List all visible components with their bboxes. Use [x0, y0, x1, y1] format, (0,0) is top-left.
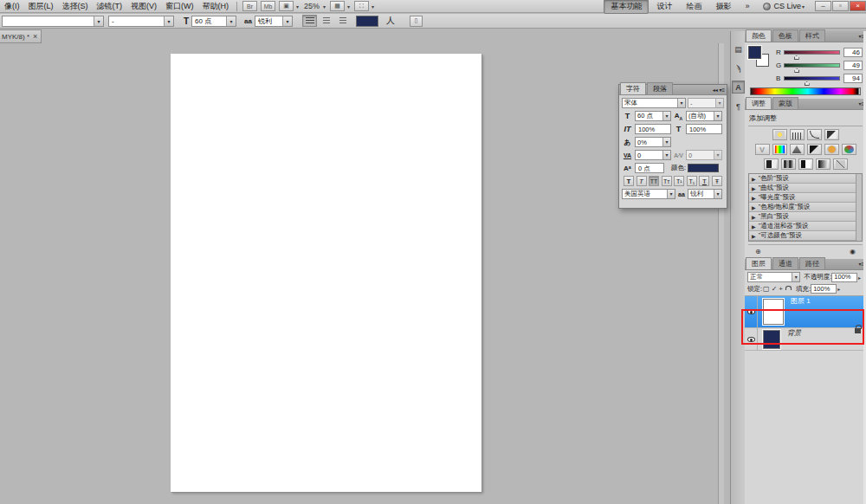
- preset-channel-mixer[interactable]: ▶"通道混和器"预设: [749, 222, 862, 231]
- screen-mode-icon[interactable]: ⛶: [354, 1, 369, 11]
- workspace-photography[interactable]: 摄影: [709, 0, 737, 13]
- foreground-color-swatch[interactable]: [748, 46, 761, 59]
- subscript-button[interactable]: T₁: [687, 176, 697, 186]
- mini-bridge-icon[interactable]: Mb: [261, 1, 275, 11]
- workspace-more-chevron[interactable]: »: [739, 1, 755, 11]
- green-value-input[interactable]: 49: [843, 61, 863, 70]
- anti-alias-select[interactable]: 锐利 ▾: [255, 16, 293, 27]
- strikethrough-button[interactable]: Ŧ: [712, 176, 722, 186]
- chevron-right-icon[interactable]: ▶: [752, 204, 756, 210]
- color-balance-icon[interactable]: [790, 144, 805, 155]
- menu-layer[interactable]: 图层(L): [24, 0, 58, 13]
- chevron-right-icon[interactable]: ▶: [752, 233, 756, 239]
- visibility-toggle[interactable]: [745, 328, 758, 350]
- document-canvas[interactable]: [171, 54, 481, 492]
- preset-levels[interactable]: ▶"色阶"预设: [749, 174, 862, 184]
- blend-mode-select[interactable]: 正常 ▾: [747, 272, 800, 282]
- brush-panel-icon[interactable]: ϡ: [732, 61, 745, 74]
- tab-adjustments[interactable]: 调整: [746, 97, 772, 109]
- tab-layers[interactable]: 图层: [746, 257, 772, 269]
- vertical-scale-input[interactable]: 100%: [635, 124, 671, 134]
- proportional-spacing-select[interactable]: 0% ▾: [635, 137, 671, 147]
- zoom-level[interactable]: 25%: [301, 2, 322, 10]
- fill-input[interactable]: 100%: [811, 284, 837, 294]
- threshold-icon[interactable]: [798, 158, 813, 170]
- cs-live-button[interactable]: CS Live ▾: [763, 2, 807, 10]
- blue-value-input[interactable]: 94: [843, 74, 863, 83]
- visibility-toggle[interactable]: [745, 296, 758, 327]
- hue-saturation-icon[interactable]: [772, 144, 787, 155]
- restore-button[interactable]: ▫: [832, 1, 849, 11]
- language-select[interactable]: 美国英语 ▾: [622, 189, 675, 199]
- curves-icon[interactable]: [807, 129, 822, 140]
- expanded-view-icon[interactable]: ◉: [850, 248, 856, 255]
- align-center-button[interactable]: [319, 15, 333, 27]
- leading-select[interactable]: (自动) ▾: [686, 111, 722, 121]
- menu-view[interactable]: 视图(V): [126, 0, 161, 13]
- minimize-button[interactable]: –: [815, 1, 831, 11]
- posterize-icon[interactable]: [781, 158, 796, 170]
- blue-slider-thumb[interactable]: [805, 81, 810, 86]
- chevron-down-icon[interactable]: ▾: [323, 3, 326, 10]
- chevron-right-icon[interactable]: ▶: [752, 185, 756, 191]
- workspace-design[interactable]: 设计: [650, 0, 678, 13]
- brightness-contrast-icon[interactable]: [772, 129, 787, 140]
- warp-text-icon[interactable]: 人: [386, 15, 395, 27]
- horizontal-scale-input[interactable]: 100%: [686, 124, 722, 134]
- underline-button[interactable]: T: [699, 176, 709, 186]
- chevron-right-icon[interactable]: ▶: [752, 195, 756, 201]
- vibrance-icon[interactable]: V: [755, 144, 770, 155]
- gradient-map-icon[interactable]: [816, 158, 830, 170]
- workspace-essentials[interactable]: 基本功能: [604, 0, 649, 14]
- black-white-icon[interactable]: [807, 144, 822, 155]
- tab-paths[interactable]: 路径: [799, 257, 825, 269]
- tab-masks[interactable]: 蒙版: [772, 97, 798, 109]
- preset-selective-color[interactable]: ▶"可选颜色"预设: [749, 231, 862, 241]
- baseline-shift-input[interactable]: 0 点: [635, 163, 664, 173]
- superscript-button[interactable]: T¹: [674, 176, 684, 186]
- align-left-button[interactable]: [302, 15, 317, 27]
- chevron-right-icon[interactable]: ▶: [752, 176, 756, 182]
- close-icon[interactable]: ×: [33, 32, 37, 41]
- font-family-select[interactable]: ▾: [2, 16, 104, 27]
- menu-help[interactable]: 帮助(H): [198, 0, 234, 13]
- preset-exposure[interactable]: ▶"曝光度"预设: [749, 193, 862, 203]
- char-font-style-select[interactable]: - ▾: [688, 98, 724, 108]
- chevron-right-icon[interactable]: ▶: [752, 214, 756, 220]
- chevron-down-icon[interactable]: ▾: [372, 3, 374, 10]
- chevron-down-icon[interactable]: ▸: [837, 286, 840, 292]
- faux-italic-button[interactable]: T: [637, 176, 647, 186]
- tab-paragraph[interactable]: 段落: [647, 82, 673, 94]
- chevron-down-icon[interactable]: ▾: [296, 3, 299, 10]
- char-font-family-select[interactable]: 宋体 ▾: [622, 98, 686, 108]
- layer-name[interactable]: 背景: [787, 328, 801, 350]
- char-font-size-select[interactable]: 60 点 ▾: [635, 111, 671, 121]
- levels-icon[interactable]: [790, 129, 805, 140]
- exposure-icon[interactable]: [824, 129, 839, 140]
- kerning-select[interactable]: 0 ▾: [686, 150, 722, 160]
- return-to-adjustment-list-icon[interactable]: ⊕: [755, 248, 761, 255]
- chevron-down-icon[interactable]: ▾: [347, 3, 350, 10]
- red-slider[interactable]: [784, 50, 840, 55]
- font-style-select[interactable]: - ▾: [108, 16, 174, 27]
- chevron-down-icon[interactable]: ▸: [858, 275, 861, 281]
- preset-black-white[interactable]: ▶"黑白"预设: [749, 212, 862, 222]
- close-button[interactable]: ×: [850, 1, 866, 11]
- photo-filter-icon[interactable]: [824, 144, 839, 155]
- canvas-area[interactable]: [0, 43, 724, 504]
- faux-bold-button[interactable]: T: [624, 176, 634, 186]
- chevron-right-icon[interactable]: ▶: [752, 223, 756, 229]
- font-size-select[interactable]: 60 点 ▾: [191, 16, 236, 27]
- lock-transparency-icon[interactable]: ▢: [763, 285, 770, 293]
- tab-swatches[interactable]: 色板: [772, 29, 798, 42]
- layer-row-layer1[interactable]: 图层 1: [745, 296, 866, 328]
- all-caps-button[interactable]: TT: [649, 176, 659, 186]
- preset-curves[interactable]: ▶"曲线"预设: [749, 184, 862, 193]
- tab-character[interactable]: 字符: [620, 82, 646, 94]
- panel-menu-icon[interactable]: ◂◂ ▾≡: [713, 87, 725, 93]
- type-color-swatch[interactable]: [688, 164, 719, 172]
- toggle-panels-icon[interactable]: ▯: [410, 16, 423, 27]
- red-slider-thumb[interactable]: [794, 55, 799, 60]
- blue-slider[interactable]: [784, 76, 840, 81]
- presets-scrollbar[interactable]: [856, 174, 862, 241]
